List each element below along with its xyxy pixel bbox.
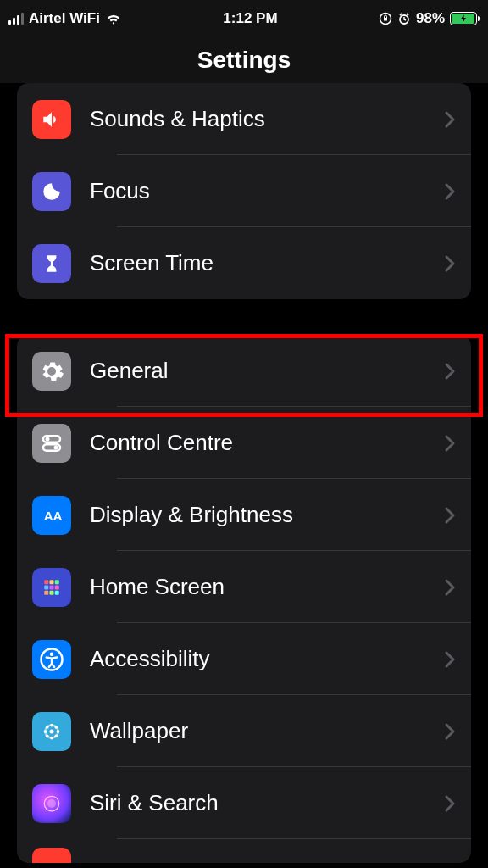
chevron-right-icon (444, 182, 456, 201)
row-label: General (90, 358, 444, 384)
home-screen-icon (32, 568, 71, 607)
svg-point-21 (50, 736, 53, 739)
screen-time-icon (32, 244, 71, 283)
row-control-centre[interactable]: Control Centre (17, 407, 471, 479)
svg-point-26 (46, 734, 49, 737)
chevron-right-icon (444, 110, 456, 129)
wifi-icon (105, 13, 122, 25)
svg-rect-10 (55, 580, 59, 584)
svg-point-27 (54, 734, 58, 737)
carrier-label: Airtel WiFi (29, 10, 100, 27)
row-focus[interactable]: Focus (17, 155, 471, 227)
svg-rect-14 (44, 590, 48, 594)
svg-rect-9 (50, 580, 54, 584)
status-right: 98% (379, 10, 480, 27)
chevron-right-icon (444, 722, 456, 741)
svg-point-29 (47, 799, 56, 808)
partial-icon (32, 848, 71, 863)
svg-point-22 (44, 730, 47, 733)
chevron-right-icon (444, 362, 456, 381)
sounds-icon (32, 100, 71, 139)
svg-point-20 (50, 723, 53, 726)
header: Settings (0, 37, 488, 83)
svg-point-25 (54, 725, 58, 728)
general-icon (32, 352, 71, 391)
row-label: Siri & Search (90, 790, 444, 816)
status-left: Airtel WiFi (8, 10, 122, 27)
row-label: Screen Time (90, 250, 444, 276)
row-screen-time[interactable]: Screen Time (17, 227, 471, 299)
row-home-screen[interactable]: Home Screen (17, 551, 471, 623)
svg-point-6 (54, 445, 58, 449)
svg-rect-16 (55, 590, 59, 594)
siri-icon (32, 784, 71, 823)
row-label: Display & Brightness (90, 502, 444, 528)
svg-point-24 (46, 725, 49, 728)
wallpaper-icon (32, 712, 71, 751)
svg-rect-8 (44, 580, 48, 584)
svg-rect-11 (44, 585, 48, 589)
chevron-right-icon (444, 506, 456, 525)
chevron-right-icon (444, 794, 456, 813)
svg-rect-13 (55, 585, 59, 589)
alarm-icon (397, 12, 411, 25)
status-bar: Airtel WiFi 1:12 PM 98% (0, 0, 488, 37)
accessibility-icon (32, 640, 71, 679)
orientation-lock-icon (379, 12, 392, 25)
row-partial[interactable] (17, 839, 471, 863)
row-siri-search[interactable]: Siri & Search (17, 767, 471, 839)
chevron-right-icon (444, 578, 456, 597)
signal-icon (8, 13, 24, 25)
svg-point-19 (50, 729, 54, 733)
focus-icon (32, 172, 71, 211)
svg-rect-15 (50, 590, 54, 594)
svg-rect-1 (384, 18, 387, 21)
page-title: Settings (197, 47, 291, 74)
row-label: Focus (90, 178, 444, 204)
svg-rect-12 (50, 585, 54, 589)
svg-point-18 (50, 652, 54, 656)
svg-text:AA: AA (44, 508, 63, 522)
svg-point-4 (46, 437, 50, 441)
row-label: Home Screen (90, 574, 444, 600)
row-general[interactable]: General (17, 335, 471, 407)
row-label: Accessibility (90, 646, 444, 672)
row-sounds-haptics[interactable]: Sounds & Haptics (17, 83, 471, 155)
row-wallpaper[interactable]: Wallpaper (17, 695, 471, 767)
time-label: 1:12 PM (223, 10, 277, 27)
battery-percent: 98% (416, 10, 445, 27)
row-label: Sounds & Haptics (90, 106, 444, 132)
row-accessibility[interactable]: Accessibility (17, 623, 471, 695)
settings-group-2: General Control Centre AA (17, 335, 471, 863)
row-display-brightness[interactable]: AA Display & Brightness (17, 479, 471, 551)
control-centre-icon (32, 424, 71, 463)
display-brightness-icon: AA (32, 496, 71, 535)
svg-point-23 (57, 730, 60, 733)
battery-icon (450, 12, 480, 25)
settings-group-1: Sounds & Haptics Focus Screen Time (17, 83, 471, 299)
row-label: Wallpaper (90, 718, 444, 744)
row-label: Control Centre (90, 430, 444, 456)
chevron-right-icon (444, 434, 456, 453)
chevron-right-icon (444, 650, 456, 669)
chevron-right-icon (444, 254, 456, 273)
